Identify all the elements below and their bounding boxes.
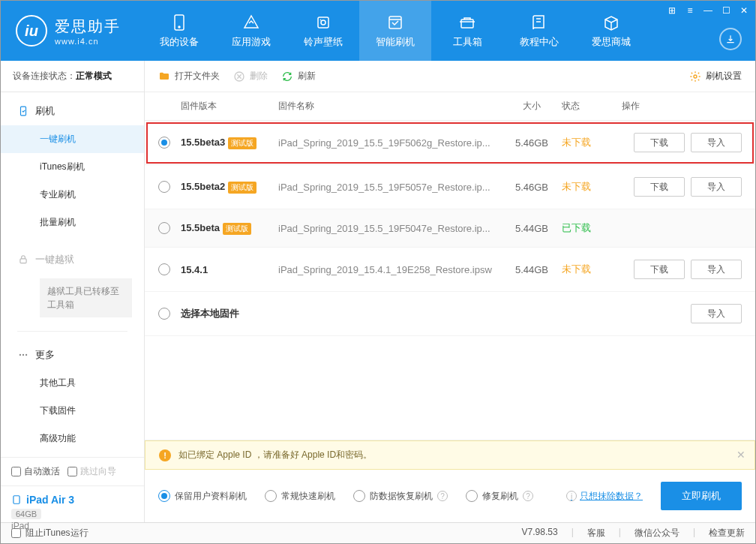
open-folder-button[interactable]: 打开文件夹 bbox=[158, 70, 220, 83]
download-button[interactable]: 下载 bbox=[634, 260, 685, 279]
import-button[interactable]: 导入 bbox=[691, 260, 742, 279]
firmware-filename: iPad_Spring_2019_15.4.1_19E258_Restore.i… bbox=[278, 264, 502, 275]
nav-item-2[interactable]: 铃声壁纸 bbox=[287, 1, 359, 61]
table-header: 固件版本 固件名称 大小 状态 操作 bbox=[145, 92, 755, 121]
firmware-status: 未下载 bbox=[562, 136, 622, 149]
row-radio[interactable] bbox=[158, 137, 170, 149]
logo-icon: iu bbox=[16, 15, 47, 47]
flash-option[interactable]: 防数据恢复刷机? bbox=[353, 490, 448, 503]
help-icon[interactable]: ? bbox=[523, 491, 533, 501]
sidebar-section-more[interactable]: 更多 bbox=[1, 341, 144, 369]
firmware-status: 未下载 bbox=[562, 180, 622, 194]
table-row[interactable]: 15.5beta3测试版 iPad_Spring_2019_15.5_19F50… bbox=[145, 121, 755, 165]
table-row[interactable]: 15.5beta测试版 iPad_Spring_2019_15.5_19F504… bbox=[145, 209, 755, 248]
nav-item-6[interactable]: 爱思商城 bbox=[575, 1, 647, 61]
window-controls: ⊞ ≡ — ☐ ✕ bbox=[665, 4, 751, 17]
version-text: V7.98.53 bbox=[522, 527, 558, 539]
nav-icon bbox=[530, 13, 549, 32]
row-radio[interactable] bbox=[158, 263, 170, 275]
logo: iu 爱思助手 www.i4.cn bbox=[16, 15, 121, 47]
gear-icon bbox=[689, 71, 701, 83]
bottom-panel: ! 如已绑定 Apple ID ，请准备好 Apple ID和密码。 ✕ 保留用… bbox=[145, 440, 755, 522]
nav-icon bbox=[458, 13, 477, 32]
firmware-filename: iPad_Spring_2019_15.5_19F5057e_Restore.i… bbox=[278, 182, 502, 193]
section-label: 更多 bbox=[35, 348, 55, 362]
support-link[interactable]: 客服 bbox=[587, 527, 605, 539]
row-radio[interactable] bbox=[158, 181, 170, 193]
import-button[interactable]: 导入 bbox=[691, 133, 742, 152]
option-radio[interactable] bbox=[265, 490, 277, 502]
flash-now-button[interactable]: 立即刷机 bbox=[661, 482, 742, 510]
appleid-notice: ! 如已绑定 Apple ID ，请准备好 Apple ID和密码。 ✕ bbox=[145, 440, 755, 470]
table-row[interactable]: 选择本地固件 导入 bbox=[145, 292, 755, 336]
table-row[interactable]: 15.4.1 iPad_Spring_2019_15.4.1_19E258_Re… bbox=[145, 248, 755, 292]
sidebar-item[interactable]: 批量刷机 bbox=[1, 209, 144, 236]
svg-point-9 bbox=[22, 354, 23, 355]
skip-guide-checkbox[interactable]: 跳过向导 bbox=[68, 465, 116, 478]
close-notice-button[interactable]: ✕ bbox=[736, 449, 746, 461]
download-button[interactable]: 下载 bbox=[634, 133, 685, 152]
sidebar-item[interactable]: 一键刷机 bbox=[1, 125, 144, 153]
section-label: 一键越狱 bbox=[35, 253, 74, 266]
nav-item-4[interactable]: 工具箱 bbox=[431, 1, 503, 61]
firmware-size: 5.46GB bbox=[502, 137, 562, 149]
sidebar-options: 自动激活 跳过向导 bbox=[1, 457, 144, 485]
th-status: 状态 bbox=[562, 100, 622, 113]
table-row[interactable]: 15.5beta2测试版 iPad_Spring_2019_15.5_19F50… bbox=[145, 165, 755, 209]
svg-rect-5 bbox=[461, 20, 473, 28]
sidebar-item[interactable]: 下载固件 bbox=[1, 397, 144, 425]
option-radio[interactable] bbox=[466, 490, 478, 502]
help-icon[interactable]: ? bbox=[437, 491, 448, 501]
svg-point-1 bbox=[178, 26, 180, 28]
flash-option[interactable]: 修复刷机? bbox=[466, 490, 533, 503]
nav-item-1[interactable]: 应用游戏 bbox=[215, 1, 287, 61]
row-radio[interactable] bbox=[158, 222, 170, 234]
download-button[interactable]: 下载 bbox=[634, 177, 685, 197]
warning-icon: ! bbox=[159, 449, 171, 461]
flash-icon bbox=[17, 105, 29, 117]
th-ops: 操作 bbox=[622, 100, 742, 113]
svg-point-13 bbox=[694, 75, 697, 78]
maximize-button[interactable]: ☐ bbox=[719, 4, 733, 17]
refresh-icon bbox=[281, 71, 293, 83]
flash-option[interactable]: 保留用户资料刷机 bbox=[158, 490, 247, 503]
check-update-link[interactable]: 检查更新 bbox=[709, 527, 745, 539]
sidebar-item[interactable]: 高级功能 bbox=[1, 425, 144, 452]
block-itunes-checkbox[interactable]: 阻止iTunes运行 bbox=[11, 527, 88, 539]
firmware-filename: iPad_Spring_2019_15.5_19F5047e_Restore.i… bbox=[278, 223, 502, 234]
nav-icon bbox=[170, 13, 189, 32]
device-storage: 64GB bbox=[11, 509, 41, 519]
wechat-link[interactable]: 微信公众号 bbox=[634, 527, 680, 539]
flash-option[interactable]: 常规快速刷机 bbox=[265, 490, 335, 503]
firmware-version: 15.5beta3 bbox=[181, 137, 225, 148]
erase-data-link[interactable]: i只想抹除数据？ bbox=[566, 490, 643, 503]
download-progress-icon[interactable] bbox=[719, 28, 742, 50]
option-radio[interactable] bbox=[158, 490, 170, 502]
grid-icon[interactable]: ⊞ bbox=[665, 4, 679, 17]
row-radio[interactable] bbox=[158, 308, 170, 320]
sidebar-item[interactable]: iTunes刷机 bbox=[1, 153, 144, 181]
option-radio[interactable] bbox=[353, 490, 365, 502]
import-button[interactable]: 导入 bbox=[691, 177, 742, 197]
close-button[interactable]: ✕ bbox=[737, 4, 751, 17]
firmware-size: 5.44GB bbox=[502, 264, 562, 275]
tablet-icon bbox=[11, 494, 22, 505]
sidebar-item[interactable]: 其他工具 bbox=[1, 369, 144, 397]
sidebar-item[interactable]: 专业刷机 bbox=[1, 181, 144, 209]
svg-point-3 bbox=[321, 20, 326, 25]
menu-icon[interactable]: ≡ bbox=[683, 4, 697, 17]
sidebar-section-flash[interactable]: 刷机 bbox=[1, 97, 144, 125]
nav-icon bbox=[242, 13, 261, 32]
beta-tag: 测试版 bbox=[228, 182, 256, 194]
more-icon bbox=[17, 349, 29, 361]
nav-item-3[interactable]: 智能刷机 bbox=[359, 1, 431, 61]
auto-activate-checkbox[interactable]: 自动激活 bbox=[11, 465, 60, 478]
import-button[interactable]: 导入 bbox=[691, 304, 742, 323]
delete-icon bbox=[233, 71, 245, 83]
app-url: www.i4.cn bbox=[55, 37, 121, 46]
nav-item-0[interactable]: 我的设备 bbox=[143, 1, 215, 61]
minimize-button[interactable]: — bbox=[701, 4, 715, 17]
nav-item-5[interactable]: 教程中心 bbox=[503, 1, 575, 61]
flash-settings-button[interactable]: 刷机设置 bbox=[689, 70, 742, 83]
refresh-button[interactable]: 刷新 bbox=[281, 70, 316, 83]
